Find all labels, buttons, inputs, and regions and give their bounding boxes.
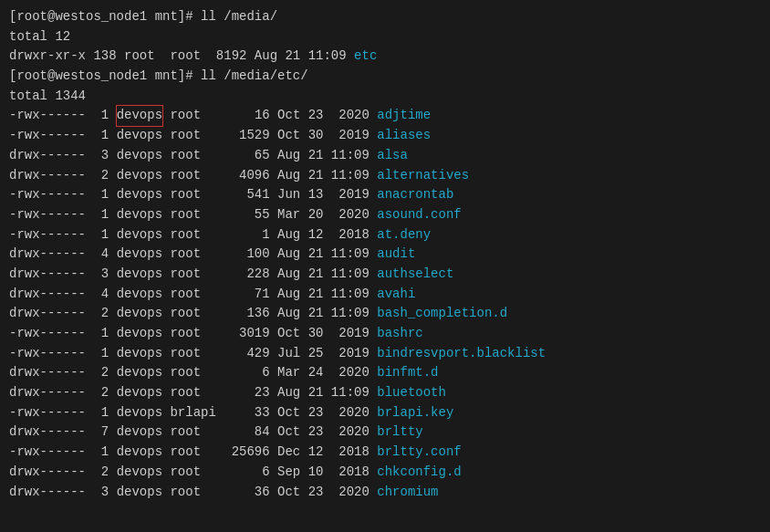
filename-chkconfig: chkconfig.d — [377, 463, 461, 483]
entry-bash-completion: drwx------ 2 devops root 136 Aug 21 11:0… — [9, 304, 761, 324]
entry-adjtime: -rwx------ 1 devops root 16 Oct 23 2020 … — [9, 106, 761, 126]
filename-binfmt: binfmt.d — [377, 363, 438, 383]
entry-bindresvport: -rwx------ 1 devops root 429 Jul 25 2019… — [9, 344, 761, 364]
filename-audit: audit — [377, 245, 415, 265]
filename-avahi: avahi — [377, 285, 415, 305]
entry-atdeny: -rwx------ 1 devops root 1 Aug 12 2018 a… — [9, 225, 761, 245]
total-line-1: total 12 — [9, 27, 761, 47]
entry-authselect: drwx------ 3 devops root 228 Aug 21 11:0… — [9, 265, 761, 285]
entry-bluetooth: drwx------ 2 devops root 23 Aug 21 11:09… — [9, 383, 761, 403]
entry-bashrc: -rwx------ 1 devops root 3019 Oct 30 201… — [9, 324, 761, 344]
entry-chromium: drwx------ 3 devops root 36 Oct 23 2020 … — [9, 483, 761, 503]
prompt-1: [root@westos_node1 mnt]# — [9, 7, 201, 27]
filename-bindresvport: bindresvport.blacklist — [377, 344, 546, 364]
filename-atdeny: at.deny — [377, 225, 431, 245]
filename-brlapi-key: brlapi.key — [377, 403, 453, 423]
devops-highlight: devops — [117, 106, 162, 126]
entry-anacrontab: -rwx------ 1 devops root 541 Jun 13 2019… — [9, 185, 761, 205]
filename-alsa: alsa — [377, 146, 408, 166]
filename-bash-completion: bash_completion.d — [377, 304, 507, 324]
filename-asound: asound.conf — [377, 205, 461, 225]
filename-brltty-conf: brltty.conf — [377, 443, 461, 463]
entry-audit: drwx------ 4 devops root 100 Aug 21 11:0… — [9, 245, 761, 265]
cmd-line-2: [root@westos_node1 mnt]# ll /media/etc/ — [9, 67, 761, 87]
command-1: ll /media/ — [201, 7, 277, 27]
filename-etc: etc — [354, 47, 377, 67]
filename-chromium: chromium — [377, 483, 438, 503]
total-text-2: total 1344 — [9, 87, 86, 107]
total-text-1: total 12 — [9, 27, 70, 47]
command-2: ll /media/etc/ — [201, 67, 308, 87]
prompt-2: [root@westos_node1 mnt]# — [9, 67, 201, 87]
entry-alsa: drwx------ 3 devops root 65 Aug 21 11:09… — [9, 146, 761, 166]
entry-brltty-conf: -rwx------ 1 devops root 25696 Dec 12 20… — [9, 443, 761, 463]
entry-aliases: -rwx------ 1 devops root 1529 Oct 30 201… — [9, 126, 761, 146]
filename-alternatives: alternatives — [377, 166, 469, 186]
entry-brltty: drwx------ 7 devops root 84 Oct 23 2020 … — [9, 422, 761, 443]
terminal: [root@westos_node1 mnt]# ll /media/ tota… — [9, 7, 761, 502]
filename-bashrc: bashrc — [377, 324, 422, 344]
entry-avahi: drwx------ 4 devops root 71 Aug 21 11:09… — [9, 285, 761, 305]
entry-brlapi-key: -rwx------ 1 devops brlapi 33 Oct 23 202… — [9, 403, 761, 423]
filename-adjtime: adjtime — [377, 106, 431, 126]
entry-etc: drwxr-xr-x 138 root root 8192 Aug 21 11:… — [9, 47, 761, 67]
cmd-line-1: [root@westos_node1 mnt]# ll /media/ — [9, 7, 761, 27]
filename-anacrontab: anacrontab — [377, 185, 453, 205]
filename-bluetooth: bluetooth — [377, 383, 446, 403]
total-line-2: total 1344 — [9, 87, 761, 107]
filename-authselect: authselect — [377, 265, 453, 285]
filename-brltty: brltty — [377, 422, 422, 443]
filename-aliases: aliases — [377, 126, 431, 146]
entry-binfmt: drwx------ 2 devops root 6 Mar 24 2020 b… — [9, 363, 761, 383]
entry-chkconfig: drwx------ 2 devops root 6 Sep 10 2018 c… — [9, 463, 761, 483]
entry-asound: -rwx------ 1 devops root 55 Mar 20 2020 … — [9, 205, 761, 225]
entry-alternatives: drwx------ 2 devops root 4096 Aug 21 11:… — [9, 166, 761, 186]
